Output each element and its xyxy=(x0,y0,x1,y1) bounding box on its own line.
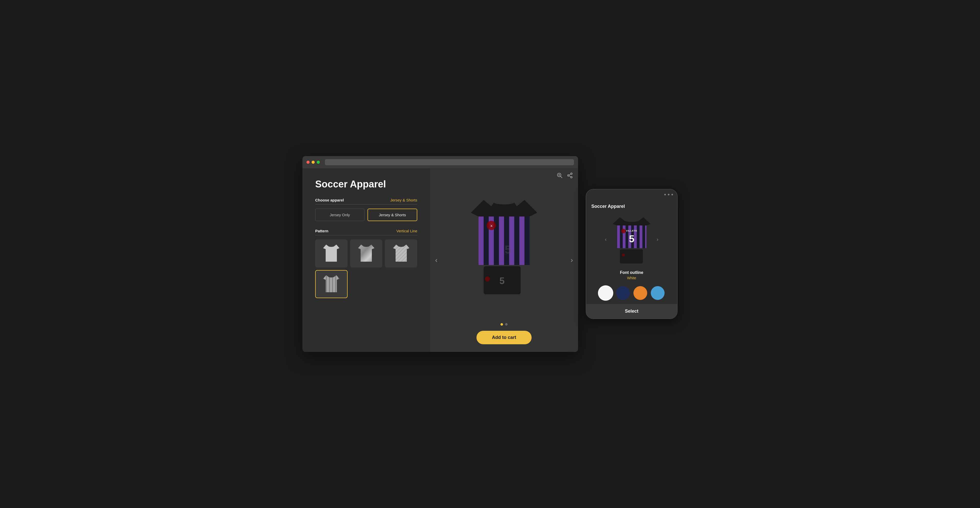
svg-line-10 xyxy=(569,176,571,177)
choose-apparel-header: Choose apparel Jersey & Shorts xyxy=(315,198,417,205)
mobile-title: Soccer Apparel xyxy=(591,204,672,209)
address-bar[interactable] xyxy=(325,159,574,165)
browser-titlebar xyxy=(302,156,578,168)
add-to-cart-button[interactable]: Add to cart xyxy=(476,331,531,344)
color-orange-button[interactable] xyxy=(633,286,647,300)
carousel-prev-button[interactable]: ‹ xyxy=(433,254,440,267)
mobile-statusbar xyxy=(586,189,677,200)
minimize-dot[interactable] xyxy=(312,161,315,164)
carousel-dot-1[interactable] xyxy=(501,323,503,325)
carousel-dot-2[interactable] xyxy=(505,323,508,325)
status-dot xyxy=(664,194,666,195)
svg-point-20 xyxy=(485,276,490,281)
mobile-next-button[interactable]: › xyxy=(655,234,660,244)
browser-content: Soccer Apparel Choose apparel Jersey & S… xyxy=(302,168,578,352)
color-white-button[interactable] xyxy=(599,286,612,300)
share-button[interactable] xyxy=(567,172,573,180)
svg-text:VILLETE: VILLETE xyxy=(626,230,637,232)
pattern-item-diagonal-lines[interactable] xyxy=(385,240,417,268)
pattern-header: Pattern Vertical Line xyxy=(315,229,417,235)
mobile-color-row xyxy=(586,283,677,304)
pattern-label: Pattern xyxy=(315,229,328,233)
mobile-font-outline-section: Font outline White xyxy=(586,267,677,283)
mobile-header: Soccer Apparel xyxy=(586,200,677,211)
center-panel: ‹ xyxy=(430,168,578,352)
font-outline-label: Font outline xyxy=(591,270,672,275)
font-outline-value: White xyxy=(591,276,672,280)
pattern-grid xyxy=(315,240,417,298)
pattern-value: Vertical Line xyxy=(396,229,417,233)
mobile-prev-button[interactable]: ‹ xyxy=(603,234,609,244)
svg-text:⚔: ⚔ xyxy=(490,224,493,227)
close-dot[interactable] xyxy=(307,161,310,164)
maximize-dot[interactable] xyxy=(317,161,320,164)
color-navy-button[interactable] xyxy=(616,286,630,300)
browser-window: Soccer Apparel Choose apparel Jersey & S… xyxy=(302,156,578,352)
center-toolbar xyxy=(557,172,573,180)
color-blue-button[interactable] xyxy=(651,286,665,300)
svg-point-28 xyxy=(622,254,625,257)
jersey-shorts-button[interactable]: Jersey & Shorts xyxy=(368,209,417,221)
svg-rect-14 xyxy=(479,216,530,265)
jersey-only-button[interactable]: Jersey Only xyxy=(315,209,364,221)
apparel-button-group: Jersey Only Jersey & Shorts xyxy=(315,209,417,221)
svg-text:5: 5 xyxy=(500,276,504,286)
svg-line-11 xyxy=(569,174,571,175)
carousel-dots xyxy=(501,323,508,325)
choose-apparel-value: Jersey & Shorts xyxy=(390,198,417,202)
mobile-frame: Soccer Apparel ‹ xyxy=(586,189,678,319)
svg-line-4 xyxy=(560,176,562,178)
pattern-item-plain[interactable] xyxy=(315,240,348,268)
status-dot-2 xyxy=(668,194,670,195)
page-title: Soccer Apparel xyxy=(315,178,417,190)
choose-apparel-label: Choose apparel xyxy=(315,198,344,202)
left-panel: Soccer Apparel Choose apparel Jersey & S… xyxy=(302,168,430,352)
pattern-item-diagonal-gradient[interactable] xyxy=(350,240,383,268)
jersey-display: ⚔ 5 5 xyxy=(430,168,578,323)
select-button[interactable]: Select xyxy=(586,304,677,319)
svg-point-7 xyxy=(571,173,572,175)
svg-text:5: 5 xyxy=(629,233,634,244)
zoom-button[interactable] xyxy=(557,172,563,180)
svg-point-26 xyxy=(621,229,626,233)
pattern-item-vertical-stripe[interactable] xyxy=(315,270,348,298)
mobile-jersey-area: ‹ VILLETE xyxy=(586,211,677,267)
status-dot-3 xyxy=(671,194,673,195)
svg-text:5: 5 xyxy=(504,243,511,256)
svg-point-9 xyxy=(571,176,572,178)
carousel-next-button[interactable]: › xyxy=(568,254,576,267)
svg-point-8 xyxy=(568,175,569,176)
mobile-content: Soccer Apparel ‹ xyxy=(586,200,677,319)
